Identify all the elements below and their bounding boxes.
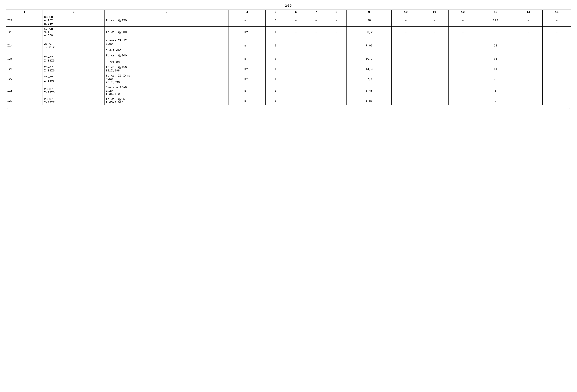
header-col4: 4: [229, 10, 265, 15]
cell-r7-col3: Вентиль I5ч8рДу20I,35xI,098: [104, 85, 228, 97]
page-corners: └ ┘: [6, 107, 571, 111]
cell-r7-col15: –: [542, 85, 571, 97]
cell-r5-col13: I4: [477, 65, 514, 73]
cell-r1-col15: –: [542, 15, 571, 27]
cell-r5-col7: –: [306, 65, 326, 73]
cell-r6-col10: –: [392, 73, 420, 85]
cell-r7-col12: –: [449, 85, 477, 97]
cell-r6-col12: –: [449, 73, 477, 85]
cell-r3-col10: –: [392, 38, 420, 53]
cell-r4-col11: –: [420, 53, 449, 65]
header-col12: 12: [449, 10, 477, 15]
cell-r7-col8: –: [326, 85, 347, 97]
cell-r5-col12: –: [449, 65, 477, 73]
cell-r7-col13: I: [477, 85, 514, 97]
cell-r3-col3: Клапан I9ч2IpДу506,4xI,098: [104, 38, 228, 53]
header-col9: 9: [347, 10, 392, 15]
cell-r8-col7: –: [306, 97, 326, 105]
cell-r5-col14: –: [514, 65, 542, 73]
table-row: I2723–07I–0806То же, I6чI4гмДу5025xI,098…: [6, 73, 571, 85]
corner-right: ┘: [569, 107, 571, 111]
header-col2: 2: [43, 10, 105, 15]
cell-r1-col2: ССРСПч.IIIп.649: [43, 15, 105, 27]
cell-r1-col6: –: [286, 15, 306, 27]
main-table: 123456789101112131415 I22ССРСПч.IIIп.649…: [6, 10, 571, 105]
table-row: I2823–07I–02I6Вентиль I5ч8рДу20I,35xI,09…: [6, 85, 571, 97]
cell-r8-col8: –: [326, 97, 347, 105]
cell-r3-col2: 23–07I–08I2: [43, 38, 105, 53]
cell-r5-col11: –: [420, 65, 449, 73]
header-col8: 8: [326, 10, 347, 15]
cell-r4-col7: –: [306, 53, 326, 65]
cell-r4-col6: –: [286, 53, 306, 65]
cell-r8-col9: I,8I: [347, 97, 392, 105]
cell-r3-col13: 2I: [477, 38, 514, 53]
cell-r6-col5: I: [265, 73, 286, 85]
cell-r1-col5: 6: [265, 15, 286, 27]
cell-r8-col1: I29: [6, 97, 43, 105]
cell-r6-col7: –: [306, 73, 326, 85]
cell-r8-col10: –: [392, 97, 420, 105]
cell-r2-col13: 60: [477, 27, 514, 38]
cell-r5-col8: –: [326, 65, 347, 73]
cell-r8-col12: –: [449, 97, 477, 105]
cell-r8-col2: 23–07I–02I7: [43, 97, 105, 105]
cell-r7-col9: I,48: [347, 85, 392, 97]
table-row: I2623–07I–08I6То же, ДуI50I3xI,098шт.I––…: [6, 65, 571, 73]
cell-r1-col4: шт.: [229, 15, 265, 27]
cell-r3-col6: –: [286, 38, 306, 53]
cell-r4-col13: II: [477, 53, 514, 65]
cell-r2-col11: –: [420, 27, 449, 38]
cell-r2-col6: –: [286, 27, 306, 38]
cell-r5-col1: I26: [6, 65, 43, 73]
cell-r4-col12: –: [449, 53, 477, 65]
cell-r2-col12: –: [449, 27, 477, 38]
cell-r5-col15: –: [542, 65, 571, 73]
cell-r5-col9: I4,3: [347, 65, 392, 73]
cell-r2-col10: –: [392, 27, 420, 38]
corner-left: └: [6, 107, 8, 111]
header-col7: 7: [306, 10, 326, 15]
page-title: — 209 —: [6, 4, 571, 8]
cell-r1-col9: 38: [347, 15, 392, 27]
cell-r5-col10: –: [392, 65, 420, 73]
header-col6: 6: [286, 10, 306, 15]
cell-r2-col2: ССРСПч.IIIп.650: [43, 27, 105, 38]
cell-r2-col9: 60,2: [347, 27, 392, 38]
header-col3: 3: [104, 10, 228, 15]
cell-r6-col1: I27: [6, 73, 43, 85]
table-row: I23ССРСПч.IIIп.650То же, Ду200шт.I–––60,…: [6, 27, 571, 38]
cell-r7-col6: –: [286, 85, 306, 97]
cell-r5-col2: 23–07I–08I6: [43, 65, 105, 73]
cell-r3-col9: 7,03: [347, 38, 392, 53]
table-row: I2523–07I–08I5То же, ДуI009,7xI,098шт.I–…: [6, 53, 571, 65]
cell-r4-col14: –: [514, 53, 542, 65]
header-col15: 15: [542, 10, 571, 15]
table-body: I22ССРСПч.IIIп.649То же, ДуI50шт.6–––38–…: [6, 15, 571, 105]
cell-r3-col8: –: [326, 38, 347, 53]
cell-r8-col6: –: [286, 97, 306, 105]
cell-r2-col7: –: [306, 27, 326, 38]
cell-r1-col14: –: [514, 15, 542, 27]
cell-r7-col11: –: [420, 85, 449, 97]
cell-r7-col5: I: [265, 85, 286, 97]
cell-r7-col7: –: [306, 85, 326, 97]
cell-r8-col13: 2: [477, 97, 514, 105]
cell-r1-col7: –: [306, 15, 326, 27]
cell-r2-col15: –: [542, 27, 571, 38]
cell-r6-col15: –: [542, 73, 571, 85]
cell-r5-col3: То же, ДуI50I3xI,098: [104, 65, 228, 73]
cell-r4-col8: –: [326, 53, 347, 65]
cell-r8-col3: То же, Ду25I,65xI,098: [104, 97, 228, 105]
cell-r4-col2: 23–07I–08I5: [43, 53, 105, 65]
cell-r3-col7: –: [306, 38, 326, 53]
cell-r1-col12: –: [449, 15, 477, 27]
cell-r7-col2: 23–07I–02I6: [43, 85, 105, 97]
cell-r6-col13: 28: [477, 73, 514, 85]
table-row: I2423–07I–08I2Клапан I9ч2IpДу506,4xI,098…: [6, 38, 571, 53]
cell-r1-col8: –: [326, 15, 347, 27]
cell-r2-col14: –: [514, 27, 542, 38]
cell-r4-col3: То же, ДуI009,7xI,098: [104, 53, 228, 65]
cell-r6-col2: 23–07I–0806: [43, 73, 105, 85]
cell-r6-col14: –: [514, 73, 542, 85]
